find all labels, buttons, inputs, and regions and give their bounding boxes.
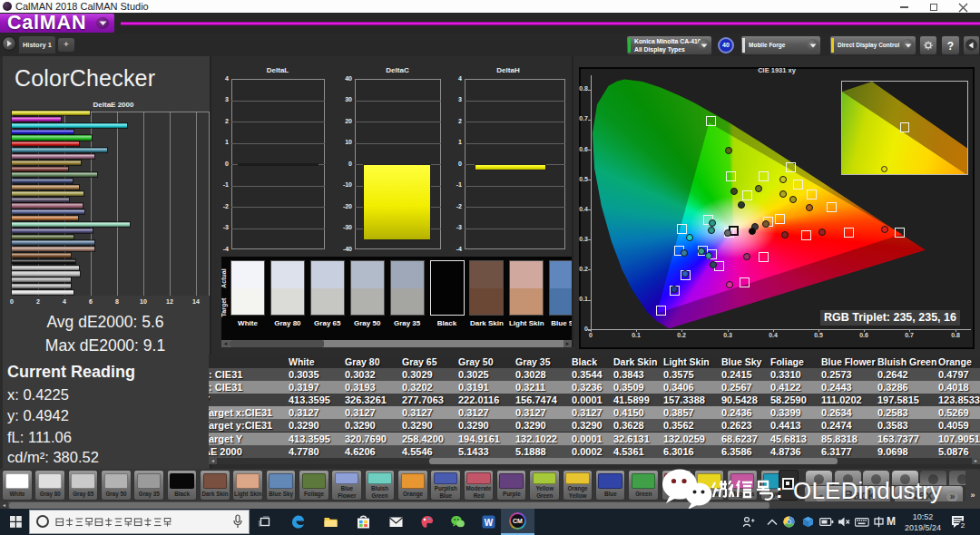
svg-text:2: 2 (961, 521, 965, 530)
svg-text::: : (776, 480, 781, 502)
svg-text:W: W (485, 518, 494, 528)
